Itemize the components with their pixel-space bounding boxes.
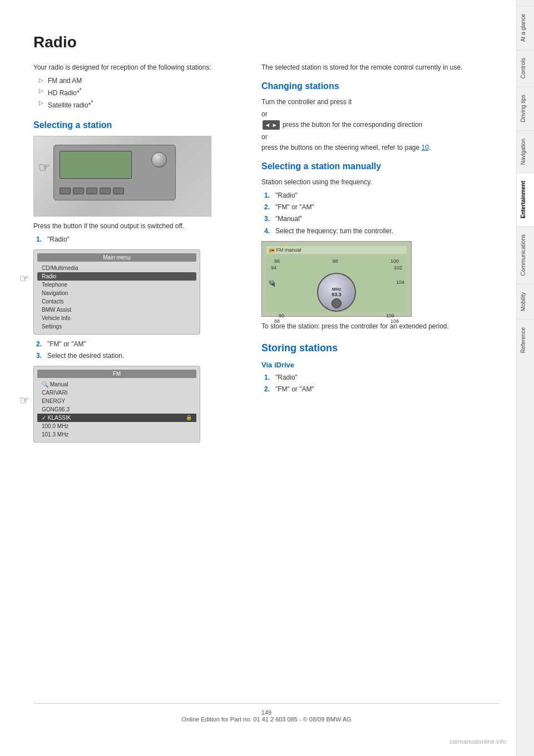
section1-heading: Selecting a station [33, 120, 245, 130]
storing-stations-heading: Storing stations [261, 342, 500, 354]
radio-body [53, 145, 176, 200]
fm-screen-title: FM [37, 370, 196, 378]
manual-step1: 1. "Radio" [264, 190, 500, 201]
freq-scale-top: 96 98 100 [269, 258, 404, 264]
page-ref-10[interactable]: 10 [422, 144, 429, 151]
steering-wheel-text: press the buttons on the steering wheel,… [261, 143, 500, 153]
sidebar: At a glance Controls Driving tips Naviga… [516, 0, 534, 756]
dial-circle: MHz 93.3 [317, 273, 356, 312]
step2-fm-am: 2. "FM" or "AM" [36, 339, 245, 350]
station-selection-text: Station selection using the frequency. [261, 177, 500, 187]
car-radio-image: ☞ [33, 136, 211, 217]
main-content: Radio Your radio is designed for recepti… [0, 0, 516, 756]
changing-text1: Turn the controller and press it [261, 97, 500, 107]
freq-104: 104 [396, 279, 404, 285]
menu-telephone: Telephone [37, 281, 196, 289]
selecting-manually-heading: Selecting a station manually [261, 161, 500, 171]
freq-readout: MHz 93.3 [332, 287, 342, 297]
radio-knob [151, 152, 167, 168]
star-hd: * [80, 87, 82, 94]
manual-step3: 3. "Manual" [264, 214, 500, 224]
page-wrapper: Radio Your radio is designed for recepti… [0, 0, 534, 756]
freq-100: 100.0 MHz [37, 422, 196, 430]
two-column-layout: Your radio is designed for reception of … [33, 62, 500, 692]
fm-manual-title: 📻 FM manual [266, 246, 407, 254]
sidebar-tab-communications[interactable]: Communications [517, 226, 534, 283]
left-arrow: ◄ [269, 279, 276, 288]
freq-scale-bottom: 90 106 [269, 313, 404, 318]
sidebar-tab-mobility[interactable]: Mobility [517, 284, 534, 319]
main-menu-screenshot: ☞ Main menu CD/Multimedia Radio Telephon… [33, 249, 245, 335]
menu-radio: Radio [37, 272, 196, 281]
menu-cd-multimedia: CD/Multimedia [37, 264, 196, 272]
bullet-fm-am: FM and AM [39, 76, 245, 86]
main-menu-title: Main menu [37, 253, 196, 262]
freq-scale-lowest: 88 108 [269, 318, 404, 324]
radio-btn-4 [100, 188, 111, 194]
freq-gong: GONG96.3 [37, 405, 196, 414]
intro-text: Your radio is designed for reception of … [33, 62, 245, 72]
or-1: or [261, 110, 500, 118]
menu-bmw-assist: BMW Assist [37, 306, 196, 314]
or-2: or [261, 133, 500, 141]
changing-stations-heading: Changing stations [261, 81, 500, 91]
sidebar-tab-reference[interactable]: Reference [517, 319, 534, 361]
freq-101: 101.3 MHz [37, 430, 196, 439]
freq-energy: ENERGY [37, 397, 196, 405]
manual-step2: 2. "FM" or "AM" [264, 202, 500, 213]
arrow-pointer-fm: ☞ [19, 394, 29, 407]
radio-btn-1 [60, 188, 71, 194]
copyright-text: Online Edition for Part no. 01 41 2 603 … [181, 716, 351, 723]
freq-manual: 🔍 Manual [37, 380, 196, 389]
star-sat: * [91, 100, 93, 106]
watermark-text: carmanualonline.info [449, 738, 506, 745]
fm-station-screen: FM 🔍 Manual CARIVARI ENERGY GONG96.3 ✓ K… [33, 366, 200, 443]
hand-pointer: ☞ [38, 160, 51, 175]
section1-steps-2-3: 2. "FM" or "AM" 3. Select the desired st… [36, 339, 245, 361]
page-number: 149 [261, 709, 271, 716]
selected-station-text: The selected station is stored for the r… [261, 62, 500, 72]
via-idrive-heading: Via iDrive [261, 361, 500, 369]
bullet-satellite: Satellite radio** [39, 99, 245, 111]
press-button-text: Press the button if the sound output is … [33, 221, 245, 231]
manual-steps: 1. "Radio" 2. "FM" or "AM" 3. "Manual" 4… [264, 190, 500, 237]
menu-vehicle-info: Vehicle Info [37, 314, 196, 322]
step1-radio: 1. "Radio" [36, 234, 245, 245]
fm-dial-area: 96 98 100 94 102 92 [266, 256, 407, 312]
page-title: Radio [33, 33, 500, 51]
changing-text2: ◄ ► press the button for the correspondi… [261, 120, 500, 130]
dial-container: 92 MHz 93.3 104 [269, 273, 404, 312]
radio-buttons [60, 188, 124, 194]
sidebar-tab-driving-tips[interactable]: Driving tips [517, 86, 534, 130]
arrow-pointer-left: ☞ [19, 272, 29, 285]
menu-contacts: Contacts [37, 297, 196, 306]
step3-select: 3. Select the desired station. [36, 351, 245, 361]
dial-center-button [332, 298, 342, 308]
storing-step1: 1. "Radio" [264, 372, 500, 383]
menu-settings: Settings [37, 322, 196, 331]
sidebar-tab-entertainment[interactable]: Entertainment [517, 173, 534, 226]
left-column: Your radio is designed for reception of … [33, 62, 245, 692]
page-footer: 149 Online Edition for Part no. 01 41 2 … [33, 703, 500, 734]
reception-list: FM and AM HD Radio** Satellite radio** [39, 76, 245, 111]
freq-klassik: ✓ KLASSIK🔒 [37, 414, 196, 422]
radio-btn-5 [113, 188, 124, 194]
menu-navigation: Navigation [37, 289, 196, 297]
manual-step4: 4. Select the frequency: turn the contro… [264, 226, 500, 237]
bullet-hd-radio: HD Radio** [39, 86, 245, 99]
right-column: The selected station is stored for the r… [261, 62, 500, 692]
fm-manual-display: 📻 FM manual 96 98 100 94 102 [261, 241, 412, 317]
sidebar-tab-at-a-glance[interactable]: At a glance [517, 6, 534, 50]
direction-arrows: ◄ ► [263, 120, 280, 130]
sidebar-tab-navigation[interactable]: Navigation [517, 130, 534, 173]
main-menu-screen: Main menu CD/Multimedia Radio Telephone … [33, 249, 200, 335]
section1-steps: 1. "Radio" [36, 234, 245, 245]
freq-scale-mid: 94 102 [269, 265, 404, 271]
sidebar-tab-controls[interactable]: Controls [517, 50, 534, 86]
fm-station-screenshot: ☞ FM 🔍 Manual CARIVARI ENERGY GONG96.3 ✓… [33, 366, 245, 443]
radio-unit-illustration: ☞ [34, 136, 211, 216]
storing-steps: 1. "Radio" 2. "FM" or "AM" [264, 372, 500, 395]
radio-display [60, 151, 132, 179]
freq-carivari: CARIVARI [37, 389, 196, 397]
radio-btn-2 [73, 188, 84, 194]
